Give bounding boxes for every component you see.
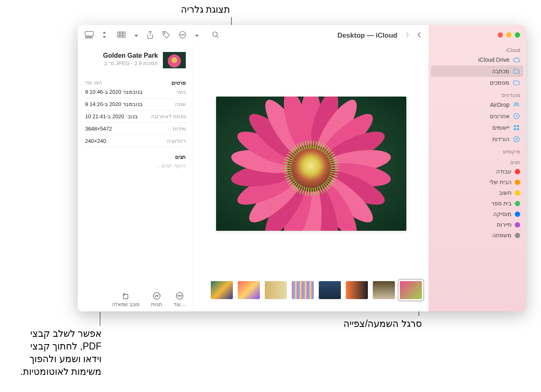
- sidebar-item-label: בית ספר: [491, 200, 512, 207]
- gallery-view-button[interactable]: [84, 31, 94, 40]
- scrubber-thumb[interactable]: [346, 281, 368, 299]
- download-icon: [513, 135, 520, 143]
- scrubber-thumb[interactable]: [238, 281, 260, 299]
- tag-button[interactable]: [162, 31, 170, 41]
- sidebar-tag-item[interactable]: חשוב: [428, 187, 526, 198]
- add-tags-button[interactable]: הוסף תגים…: [85, 162, 186, 169]
- view-options-button[interactable]: [117, 32, 126, 40]
- group-toggle-icon[interactable]: [102, 32, 106, 40]
- svg-point-114: [179, 295, 180, 296]
- svg-rect-11: [117, 32, 119, 34]
- info-row: נוצר9 בנובמבר 2020 ב-10:46: [85, 86, 186, 98]
- svg-point-115: [181, 295, 182, 296]
- svg-rect-7: [85, 32, 93, 36]
- scrubber-thumb[interactable]: [292, 281, 314, 299]
- info-row: מידות3648×5472: [85, 123, 186, 135]
- markup-button[interactable]: תגיות: [151, 291, 162, 307]
- sidebar-item-desktop[interactable]: מכתבה: [431, 65, 523, 77]
- preview-image: [216, 97, 406, 231]
- quick-actions-bar: סובב שמאלה תגיות עוד…: [85, 288, 186, 307]
- info-value: 240×240: [85, 138, 106, 144]
- scrubber-thumb[interactable]: [211, 281, 233, 299]
- share-button[interactable]: [147, 31, 154, 41]
- more-actions-button[interactable]: עוד…: [174, 291, 186, 307]
- sidebar-item-label: iCloud Drive: [478, 56, 509, 63]
- tag-dot-icon: [515, 233, 520, 238]
- scrubber-thumb[interactable]: [400, 281, 422, 299]
- rotate-left-button[interactable]: סובב שמאלה: [112, 291, 140, 307]
- svg-point-20: [182, 34, 183, 35]
- sidebar-item-label: הורדות: [492, 136, 509, 142]
- info-value: 9 בנובמבר 2020 ב-10:46: [85, 89, 143, 95]
- svg-point-109: [171, 57, 177, 63]
- minimize-button[interactable]: [506, 32, 512, 38]
- apps-icon: [513, 124, 520, 131]
- sidebar-item-label: יישומים: [492, 124, 509, 131]
- svg-rect-15: [120, 35, 122, 37]
- cloud-icon: [513, 56, 520, 63]
- sidebar-tag-item[interactable]: מוסיקה: [428, 209, 526, 219]
- callout-gallery-view: תצוגת גלריה: [171, 3, 240, 16]
- sidebar-tag-item[interactable]: משפחה: [428, 230, 526, 241]
- svg-rect-16: [123, 35, 125, 37]
- sidebar-tag-item[interactable]: הבית שלי: [428, 177, 526, 187]
- info-key: נפתח לאחרונה: [151, 113, 186, 119]
- callout-line: [100, 312, 100, 326]
- svg-rect-14: [117, 35, 119, 37]
- sidebar-item-airdrop[interactable]: AirDrop: [428, 99, 526, 110]
- sidebar-item-documents[interactable]: מסמכים: [428, 77, 526, 88]
- maximize-button[interactable]: [515, 32, 520, 38]
- sidebar-item-label: AirDrop: [490, 101, 509, 108]
- nav-back-button[interactable]: [417, 31, 422, 40]
- sidebar-item-label: עבודה: [496, 168, 512, 175]
- sidebar-item-applications[interactable]: יישומים: [428, 122, 526, 133]
- callout-scrubber: סרגל השמעה/צפייה: [336, 318, 430, 330]
- nav-forward-button[interactable]: [405, 31, 410, 40]
- clock-icon: [513, 113, 520, 120]
- svg-rect-10: [90, 37, 92, 38]
- svg-point-0: [516, 104, 518, 106]
- info-thumbnail: [163, 52, 186, 68]
- sidebar-section-icloud: iCloud: [428, 46, 526, 54]
- info-key: מידות: [173, 126, 186, 132]
- svg-point-22: [213, 32, 217, 36]
- sidebar-tag-item[interactable]: עבודה: [428, 166, 526, 177]
- scrubber-bar[interactable]: [194, 273, 428, 311]
- info-value: 10 בנוב׳ 2020 ב-21:41: [85, 113, 138, 119]
- svg-rect-5: [517, 128, 519, 131]
- scrubber-thumb[interactable]: [265, 281, 287, 299]
- sidebar-item-label: מסמכים: [490, 79, 509, 86]
- sidebar-item-icloud-drive[interactable]: iCloud Drive: [428, 54, 526, 65]
- action-label: סובב שמאלה: [112, 302, 140, 307]
- svg-point-19: [180, 34, 181, 35]
- sidebar-item-label: תיירות: [497, 221, 512, 228]
- sidebar-item-recents[interactable]: אחרונים: [428, 110, 526, 122]
- info-key: שונה: [175, 101, 186, 107]
- sidebar-tag-item[interactable]: תיירות: [428, 219, 526, 230]
- more-button[interactable]: [178, 31, 187, 41]
- chevron-down-icon[interactable]: [195, 32, 199, 39]
- info-row: נפתח לאחרונה10 בנוב׳ 2020 ב-21:41: [85, 110, 186, 123]
- sidebar-tag-item[interactable]: בית ספר: [428, 198, 526, 209]
- svg-rect-2: [514, 125, 516, 127]
- action-label: תגיות: [151, 302, 162, 307]
- preview-main: [194, 46, 428, 273]
- svg-rect-3: [517, 125, 519, 127]
- content-area: Golden Gate Park תמונת JPEG - 2.9 מ״ב פר…: [78, 46, 428, 311]
- callout-more-actions: אפשר לשלב קבצי PDF, לחתוך קבצי וידאו ושמ…: [11, 327, 101, 378]
- search-button[interactable]: [212, 31, 219, 40]
- scrubber-thumb[interactable]: [319, 281, 341, 299]
- main-area: Desktop — iCloud: [78, 25, 428, 311]
- file-title: Golden Gate Park: [103, 52, 158, 59]
- sidebar-item-label: מוסיקה: [493, 211, 512, 217]
- chevron-down-icon[interactable]: [134, 32, 138, 39]
- sidebar-section-tags: תגים: [428, 158, 526, 166]
- folder-icon: [513, 79, 520, 86]
- close-button[interactable]: [498, 32, 503, 38]
- show-more-link[interactable]: הצג עוד: [85, 80, 102, 86]
- info-row: שונה9 בנובמבר 2020 ב-14:20: [85, 98, 186, 110]
- sidebar-item-downloads[interactable]: הורדות: [428, 133, 526, 145]
- scrubber-thumb[interactable]: [373, 281, 395, 299]
- svg-rect-13: [123, 32, 125, 34]
- svg-point-17: [164, 33, 165, 34]
